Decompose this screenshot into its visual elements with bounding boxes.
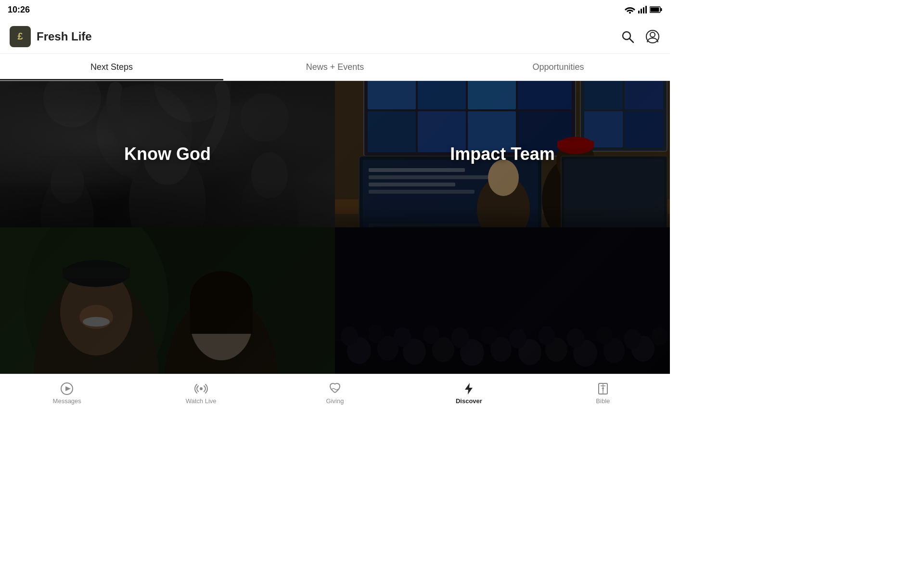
card-overlay [335, 227, 670, 374]
book-icon [596, 382, 610, 395]
status-icons [625, 6, 662, 13]
svg-rect-6 [651, 8, 659, 12]
tab-bar: Next Steps News + Events Opportunities [0, 54, 670, 81]
bottom-nav: Messages Watch Live Giving [0, 374, 670, 412]
svg-line-8 [629, 39, 633, 42]
card-audience[interactable] [335, 227, 670, 374]
nav-bible[interactable]: Bible [536, 378, 670, 408]
svg-rect-2 [643, 7, 644, 13]
nav-watch-live[interactable]: Watch Live [134, 378, 268, 408]
profile-button[interactable] [645, 29, 660, 44]
lightning-icon [462, 382, 475, 395]
content-grid: Know God [0, 81, 670, 374]
card-impact-team[interactable]: Impact Team [335, 81, 670, 227]
broadcast-icon [194, 382, 208, 395]
search-icon [621, 30, 634, 43]
tab-news-events[interactable]: News + Events [223, 54, 447, 80]
svg-marker-101 [65, 386, 71, 391]
giving-icon [328, 382, 342, 395]
battery-icon [650, 6, 662, 13]
signal-icon [638, 6, 647, 13]
nav-messages-label: Messages [53, 397, 81, 405]
nav-discover-label: Discover [456, 397, 482, 405]
svg-marker-103 [465, 383, 473, 394]
card-know-god[interactable]: Know God [0, 81, 335, 227]
play-circle-icon [60, 382, 74, 395]
svg-rect-3 [645, 6, 647, 13]
nav-giving[interactable]: Giving [268, 378, 402, 408]
card-overlay [0, 227, 335, 374]
nav-watch-live-label: Watch Live [186, 397, 217, 405]
status-time: 10:26 [8, 5, 30, 15]
nav-bible-label: Bible [596, 397, 610, 405]
card-people[interactable] [0, 227, 335, 374]
app-header: £ Fresh Life [0, 19, 670, 54]
wifi-icon [625, 6, 635, 13]
search-button[interactable] [620, 29, 635, 44]
card-label-impact-team: Impact Team [345, 144, 660, 164]
svg-point-10 [650, 32, 655, 37]
logo-letter: £ [17, 31, 23, 42]
app-title: Fresh Life [37, 30, 92, 43]
profile-icon [645, 29, 660, 44]
header-left: £ Fresh Life [10, 26, 92, 47]
header-right [620, 29, 660, 44]
svg-rect-0 [638, 11, 640, 13]
tab-opportunities[interactable]: Opportunities [447, 54, 670, 80]
card-label-know-god: Know God [10, 144, 325, 164]
svg-rect-1 [641, 9, 642, 13]
tab-next-steps[interactable]: Next Steps [0, 54, 223, 80]
app-logo: £ [10, 26, 31, 47]
nav-discover[interactable]: Discover [402, 378, 536, 408]
nav-giving-label: Giving [326, 397, 344, 405]
status-bar: 10:26 [0, 0, 670, 19]
svg-point-102 [200, 387, 203, 390]
nav-messages[interactable]: Messages [0, 378, 134, 408]
svg-rect-5 [661, 8, 662, 11]
